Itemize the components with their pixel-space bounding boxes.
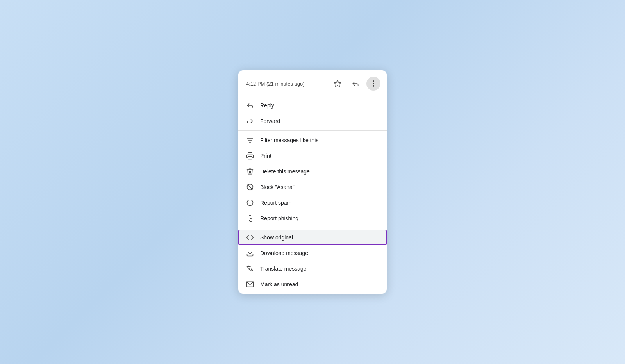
menu-item-unread[interactable]: Mark as unread [238, 277, 387, 292]
trash-icon [246, 168, 254, 175]
menu-label-translate: Translate message [260, 266, 307, 272]
spam-icon [246, 199, 254, 207]
menu-item-phishing[interactable]: Report phishing [238, 211, 387, 226]
more-vertical-icon [370, 80, 377, 87]
menu-item-filter[interactable]: Filter messages like this [238, 132, 387, 148]
menu-label-spam: Report spam [260, 200, 291, 206]
svg-point-1 [373, 81, 374, 82]
more-options-button[interactable] [366, 77, 380, 91]
star-button[interactable] [330, 77, 345, 91]
reply-icon [352, 80, 359, 87]
download-icon [246, 249, 254, 257]
reply-icon [246, 102, 254, 109]
menu-item-spam[interactable]: Report spam [238, 195, 387, 211]
menu-item-translate[interactable]: Translate message [238, 261, 387, 277]
svg-point-3 [373, 86, 374, 87]
menu-item-block[interactable]: Block "Asana" [238, 179, 387, 195]
menu-item-delete[interactable]: Delete this message [238, 164, 387, 179]
menu-label-filter: Filter messages like this [260, 137, 318, 143]
translate-icon [246, 265, 254, 273]
email-timestamp: 4:12 PM (21 minutes ago) [246, 81, 327, 87]
phishing-icon [246, 214, 254, 222]
forward-icon [246, 117, 254, 125]
menu-label-forward: Forward [260, 118, 280, 124]
svg-marker-0 [334, 80, 341, 87]
svg-point-2 [373, 83, 374, 84]
menu-label-reply: Reply [260, 102, 274, 109]
menu-item-original[interactable]: Show original [238, 230, 387, 245]
menu-item-forward[interactable]: Forward [238, 113, 387, 129]
menu-label-phishing: Report phishing [260, 215, 298, 221]
email-context-menu: 4:12 PM (21 minutes ago) [238, 70, 387, 294]
block-icon [246, 183, 254, 191]
menu-item-print[interactable]: Print [238, 148, 387, 164]
menu-label-print: Print [260, 153, 271, 159]
reply-button[interactable] [348, 77, 362, 91]
star-icon [334, 80, 341, 87]
menu-label-delete: Delete this message [260, 168, 310, 175]
print-icon [246, 152, 254, 160]
menu-section-1: Reply Forward [238, 96, 387, 130]
menu-section-3: Show original Download message [238, 228, 387, 294]
menu-item-reply[interactable]: Reply [238, 98, 387, 113]
menu-label-block: Block "Asana" [260, 184, 295, 190]
menu-label-download: Download message [260, 250, 308, 256]
menu-item-download[interactable]: Download message [238, 245, 387, 261]
svg-rect-7 [248, 157, 252, 159]
filter-icon [246, 136, 254, 144]
email-header: 4:12 PM (21 minutes ago) [238, 70, 387, 96]
menu-label-unread: Mark as unread [260, 281, 298, 287]
envelope-icon [246, 280, 254, 288]
svg-line-9 [248, 185, 252, 189]
menu-label-original: Show original [260, 234, 293, 241]
code-icon [246, 234, 254, 241]
menu-section-2: Filter messages like this Print [238, 131, 387, 228]
